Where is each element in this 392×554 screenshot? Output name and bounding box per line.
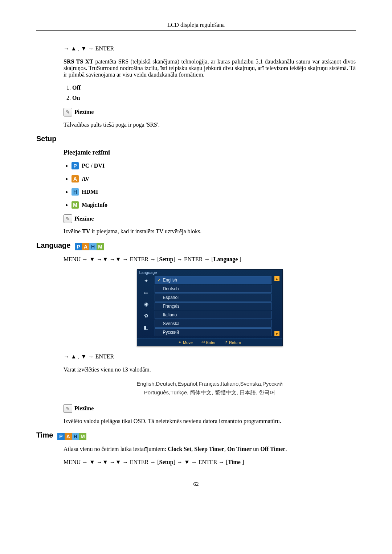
a-icon: A	[82, 243, 89, 250]
language-nav2: → ▲ , ▼ → ENTER	[64, 353, 356, 360]
language-heading-text: Language	[36, 241, 70, 249]
srs-lead-bold: SRS TS XT	[64, 58, 93, 65]
language-nav-mid: ] → ENTER → [	[173, 256, 213, 262]
check-icon: ✔	[157, 278, 161, 282]
osd-language-list: ✔English Deutsch Español Français Italia…	[155, 276, 271, 336]
time-desc: Atlasa vienu no četriem laika iestatījum…	[64, 446, 356, 452]
time-b4: Off Timer	[260, 446, 285, 452]
srs-note-text: Tālvadības pults tiešā poga ir poga 'SRS…	[64, 122, 356, 128]
note-icon: ✎	[64, 404, 72, 413]
mode-item-av: AAV	[72, 175, 356, 182]
srs-lead-rest: patentēta SRS (telpiskā skanējuma) tehno…	[64, 58, 356, 78]
p-icon: P	[75, 243, 82, 250]
a-icon: A	[72, 175, 79, 182]
osd-scrollbar[interactable]: ▲ ▼	[274, 276, 279, 336]
osd-language-menu: Language ✦ ▭ ◉ ✿ ◧ ✔English Deutsch Espa…	[137, 269, 283, 346]
language-note-label: Piezīme	[74, 405, 94, 412]
time-nav-time: Time	[228, 459, 241, 465]
srs-nav-path: → ▲ , ▼ → ENTER	[64, 45, 356, 52]
osd-item-label: Русский	[163, 330, 179, 335]
mode-label-pc: PC / DVI	[82, 163, 105, 169]
time-nav-pre: MENU → ▼ →▼ →▼ → ENTER → [	[64, 459, 159, 465]
osd-settings-icon: ✿	[142, 312, 150, 320]
osd-title: Language	[137, 270, 282, 275]
srs-option-off: Off	[72, 85, 356, 91]
osd-item-francais[interactable]: Français	[155, 302, 271, 310]
mode-item-hdmi: HHDMI	[72, 188, 356, 196]
time-s4: .	[285, 446, 287, 452]
footer-divider	[36, 478, 356, 478]
h-icon: H	[89, 243, 97, 250]
page-number: 62	[36, 481, 356, 487]
srs-note-header: ✎ Piezīme	[64, 108, 356, 116]
time-nav-setup: Setup	[159, 459, 173, 465]
srs-description: SRS TS XT patentēta SRS (telpiskā skanēj…	[64, 58, 356, 78]
h-icon: H	[72, 433, 79, 440]
language-heading: Language P A H M	[36, 241, 356, 250]
time-desc-pre: Atlasa vienu no četriem laika iestatījum…	[64, 446, 168, 452]
language-mode-badges: P A H M	[75, 243, 104, 250]
osd-footer-move: ✦ Move	[178, 340, 193, 345]
srs-option-on: On	[72, 95, 356, 101]
osd-item-label: Español	[163, 295, 179, 300]
languages-line2: Português,Türkçe, 简体中文, 繁體中文, 日本語, 한국어	[64, 388, 356, 397]
p-icon: P	[72, 162, 79, 169]
srs-option-on-label: On	[72, 95, 80, 101]
setup-note-bold: TV	[82, 228, 90, 234]
mode-label-hdmi: HDMI	[82, 189, 98, 195]
language-nav-language: Language	[213, 256, 238, 262]
m-icon: M	[97, 243, 104, 250]
modes-list: PPC / DVI AAV HHDMI MMagicInfo	[64, 162, 356, 209]
osd-item-italiano[interactable]: Italiano	[155, 311, 271, 319]
note-icon: ✎	[64, 108, 72, 116]
time-b1: Clock Set	[168, 446, 191, 452]
mode-label-magicinfo: MagicInfo	[82, 202, 107, 208]
osd-footer: ✦ Move ⏎ Enter ↺ Return	[137, 338, 282, 346]
scroll-down-icon[interactable]: ▼	[274, 331, 279, 336]
time-heading: Time P A H M	[36, 431, 356, 440]
language-note-text: Izvēlēto valodu pielāgos tikai OSD. Tā n…	[64, 418, 356, 424]
osd-sidebar: ✦ ▭ ◉ ✿ ◧	[140, 276, 152, 336]
setup-note-post: ir pieejama, kad ir instalēts TV uztvērē…	[90, 228, 201, 234]
osd-item-english[interactable]: ✔English	[155, 276, 271, 284]
srs-note-label: Piezīme	[74, 109, 94, 115]
setup-note-label: Piezīme	[74, 216, 94, 222]
osd-item-label: Deutsch	[163, 286, 179, 291]
language-note-header: ✎ Piezīme	[64, 404, 356, 413]
language-desc: Varat izvēlēties vienu no 13 valodām.	[64, 366, 356, 373]
languages-line1: English,Deutsch,Español,Français,Italian…	[64, 379, 356, 388]
osd-item-svenska[interactable]: Svenska	[155, 320, 271, 328]
osd-setup-icon: ◉	[142, 300, 150, 308]
osd-item-deutsch[interactable]: Deutsch	[155, 285, 271, 293]
p-icon: P	[57, 433, 65, 440]
m-icon: M	[79, 433, 86, 440]
time-nav-post: ]	[241, 459, 244, 465]
osd-item-espanol[interactable]: Español	[155, 294, 271, 301]
scroll-up-icon[interactable]: ▲	[274, 276, 279, 281]
time-b2: Sleep Timer	[194, 446, 224, 452]
osd-footer-return: ↺ Return	[224, 340, 241, 345]
header-divider	[36, 30, 356, 31]
time-heading-text: Time	[36, 431, 53, 439]
note-icon: ✎	[64, 214, 72, 223]
time-b3: On Timer	[227, 446, 252, 452]
osd-footer-enter-label: Enter	[206, 340, 216, 345]
osd-item-label: English	[163, 278, 177, 283]
time-s3: un	[252, 446, 260, 452]
osd-footer-move-label: Move	[183, 340, 193, 345]
setup-note-header: ✎ Piezīme	[64, 214, 356, 223]
osd-footer-return-label: Return	[229, 340, 241, 345]
available-modes-heading: Pieejamie režīmi	[64, 149, 356, 156]
setup-note-pre: Izvēlne	[64, 228, 82, 234]
setup-heading: Setup	[36, 135, 356, 143]
osd-item-label: Svenska	[163, 321, 180, 326]
osd-sound-icon: ▭	[142, 288, 150, 296]
setup-note-text: Izvēlne TV ir pieejama, kad ir instalēts…	[64, 228, 356, 235]
m-icon: M	[72, 201, 79, 209]
time-mode-badges: P A H M	[57, 433, 86, 440]
osd-item-russian[interactable]: Русский	[155, 328, 271, 336]
a-icon: A	[65, 433, 72, 440]
osd-multi-icon: ◧	[142, 323, 150, 331]
osd-item-label: Français	[163, 304, 180, 309]
time-nav-mid: ] → ▼ → ENTER → [	[173, 459, 228, 465]
